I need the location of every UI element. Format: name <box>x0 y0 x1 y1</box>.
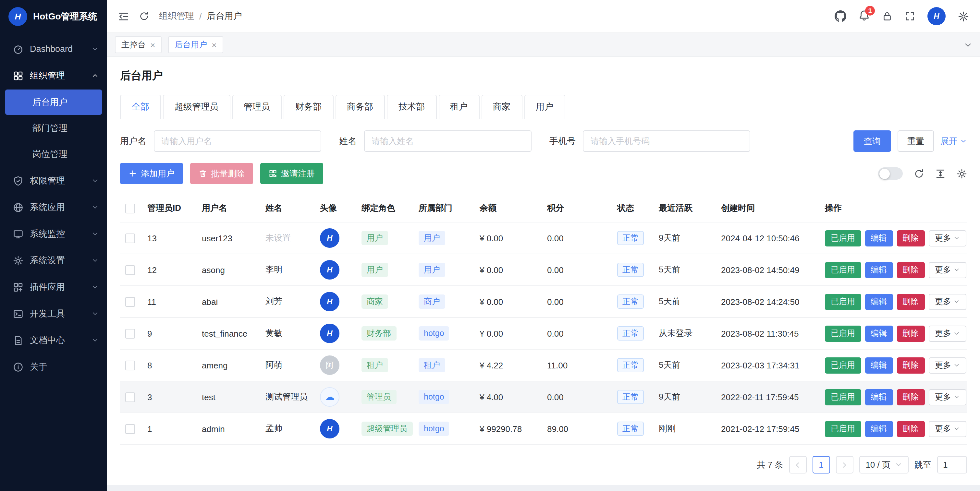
enabled-button[interactable]: 已启用 <box>825 389 861 405</box>
more-button[interactable]: 更多 <box>928 357 966 373</box>
enabled-button[interactable]: 已启用 <box>825 230 861 246</box>
edit-button[interactable]: 编辑 <box>865 357 893 373</box>
search-button[interactable]: 查询 <box>853 130 891 152</box>
sidebar-item[interactable]: 组织管理 <box>0 62 107 89</box>
role-tab[interactable]: 商务部 <box>335 95 385 119</box>
enabled-button[interactable]: 已启用 <box>825 294 861 310</box>
page-size-select[interactable]: 10 / 页 <box>859 456 908 474</box>
edit-button[interactable]: 编辑 <box>865 389 893 405</box>
user-avatar[interactable]: H <box>928 7 946 25</box>
close-icon[interactable]: × <box>212 41 216 49</box>
cell-last-active: 9天前 <box>654 222 716 254</box>
cell-points: 89.00 <box>542 413 612 445</box>
breadcrumb-item[interactable]: 组织管理 <box>159 10 194 22</box>
sidebar-item-label: 关于 <box>30 361 99 373</box>
delete-button[interactable]: 删除 <box>897 262 924 278</box>
more-button[interactable]: 更多 <box>928 421 966 437</box>
jump-page-input[interactable] <box>937 456 967 474</box>
sidebar-item[interactable]: 系统应用 <box>0 194 107 221</box>
batch-delete-button[interactable]: 批量删除 <box>190 163 253 184</box>
more-button[interactable]: 更多 <box>928 230 966 246</box>
sidebar-item[interactable]: 系统设置 <box>0 247 107 274</box>
delete-button[interactable]: 删除 <box>897 230 924 246</box>
reset-button[interactable]: 重置 <box>897 130 934 152</box>
row-checkbox[interactable] <box>125 234 135 243</box>
edit-button[interactable]: 编辑 <box>865 262 893 278</box>
edit-button[interactable]: 编辑 <box>865 294 893 310</box>
row-checkbox[interactable] <box>125 265 135 275</box>
enabled-button[interactable]: 已启用 <box>825 421 861 437</box>
table-row: 13user123未设置H用户用户¥ 0.000.00正常9天前2024-04-… <box>120 222 967 254</box>
role-tab[interactable]: 全部 <box>120 95 161 119</box>
row-checkbox[interactable] <box>125 297 135 307</box>
next-page-button[interactable] <box>835 456 853 474</box>
filter-input[interactable] <box>153 130 321 152</box>
sidebar-item[interactable]: 开发工具 <box>0 300 107 327</box>
page-number-button[interactable]: 1 <box>812 456 830 474</box>
more-button[interactable]: 更多 <box>928 294 966 310</box>
prev-page-button[interactable] <box>789 456 807 474</box>
edit-button[interactable]: 编辑 <box>865 421 893 437</box>
row-checkbox[interactable] <box>125 424 135 434</box>
sidebar-subitem[interactable]: 后台用户 <box>5 89 102 115</box>
notifications-button[interactable]: 1 <box>859 10 870 23</box>
table-settings-gear-icon[interactable] <box>957 168 967 179</box>
menu-collapse-icon[interactable] <box>118 11 129 22</box>
enabled-button[interactable]: 已启用 <box>825 325 861 342</box>
row-checkbox[interactable] <box>125 392 135 402</box>
cell-actions: 已启用编辑删除更多 <box>820 413 967 445</box>
delete-button[interactable]: 删除 <box>897 294 924 310</box>
delete-button[interactable]: 删除 <box>897 421 924 437</box>
sidebar-subitem[interactable]: 部门管理 <box>5 116 102 141</box>
role-tab[interactable]: 管理员 <box>232 95 282 119</box>
sidebar-item[interactable]: 插件应用 <box>0 274 107 300</box>
sidebar-item[interactable]: 系统监控 <box>0 221 107 247</box>
tab-chip[interactable]: 后台用户× <box>168 37 223 53</box>
github-icon[interactable] <box>835 10 846 22</box>
sidebar-item[interactable]: 权限管理 <box>0 167 107 194</box>
role-tab[interactable]: 技术部 <box>387 95 436 119</box>
add-user-button[interactable]: 添加用户 <box>120 163 183 184</box>
role-tab[interactable]: 用户 <box>524 95 565 119</box>
row-checkbox[interactable] <box>125 361 135 370</box>
refresh-table-icon[interactable] <box>914 168 924 179</box>
refresh-icon[interactable] <box>139 11 149 21</box>
delete-button[interactable]: 删除 <box>897 357 924 373</box>
edit-button[interactable]: 编辑 <box>865 325 893 342</box>
sidebar-subitem[interactable]: 岗位管理 <box>5 141 102 167</box>
tabbar-tabs: 主控台×后台用户× <box>115 37 223 53</box>
more-button[interactable]: 更多 <box>928 389 966 405</box>
role-tab[interactable]: 商家 <box>481 95 522 119</box>
filter-input[interactable] <box>364 130 531 152</box>
role-tab[interactable]: 超级管理员 <box>163 95 230 119</box>
invite-register-button[interactable]: 邀请注册 <box>260 163 323 184</box>
select-all-checkbox[interactable] <box>125 204 135 213</box>
role-tab[interactable]: 财务部 <box>284 95 333 119</box>
toggle-switch[interactable] <box>878 167 903 180</box>
gear-icon[interactable] <box>958 11 969 22</box>
row-checkbox[interactable] <box>125 329 135 338</box>
filter-input[interactable] <box>583 130 750 152</box>
more-button[interactable]: 更多 <box>928 262 966 278</box>
column-height-icon[interactable] <box>935 168 946 179</box>
lock-icon[interactable] <box>882 11 892 21</box>
chevron-down-icon[interactable] <box>964 41 972 49</box>
close-icon[interactable]: × <box>150 41 155 49</box>
enabled-button[interactable]: 已启用 <box>825 357 861 373</box>
expand-filters-button[interactable]: 展开 <box>940 135 967 147</box>
delete-button[interactable]: 删除 <box>897 325 924 342</box>
sidebar-item[interactable]: 关于 <box>0 353 107 380</box>
fullscreen-icon[interactable] <box>905 11 915 21</box>
more-button[interactable]: 更多 <box>928 325 966 342</box>
role-tab[interactable]: 租户 <box>438 95 479 119</box>
cell-points: 0.00 <box>542 254 612 286</box>
tab-chip[interactable]: 主控台× <box>115 37 162 53</box>
sidebar-item[interactable]: 文档中心 <box>0 327 107 353</box>
app-logo[interactable]: H HotGo管理系统 <box>0 0 107 33</box>
filter-label: 用户名 <box>120 135 146 147</box>
delete-button[interactable]: 删除 <box>897 389 924 405</box>
main-column: 组织管理 / 后台用户 1 H 主控台× <box>107 0 980 491</box>
edit-button[interactable]: 编辑 <box>865 230 893 246</box>
sidebar-item[interactable]: Dashboard <box>0 36 107 62</box>
enabled-button[interactable]: 已启用 <box>825 262 861 278</box>
